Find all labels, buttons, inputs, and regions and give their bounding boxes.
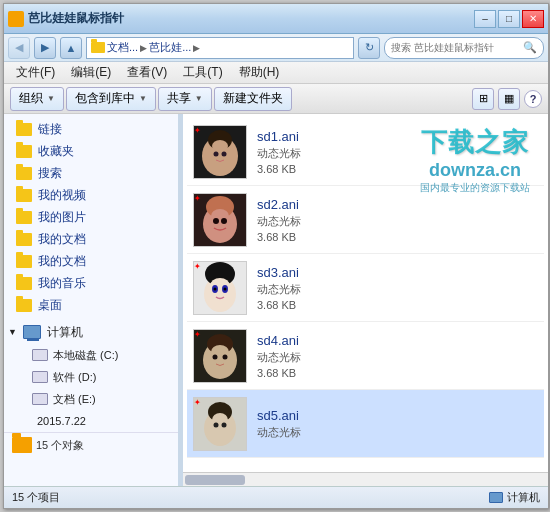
statusbar: 15 个项目 计算机 <box>4 486 548 508</box>
disk-c-item[interactable]: 本地磁盘 (C:) <box>4 344 178 366</box>
file-name-sd5: sd5.ani <box>257 408 538 423</box>
include-library-button[interactable]: 包含到库中 ▼ <box>66 87 156 111</box>
menu-help[interactable]: 帮助(H) <box>231 62 288 83</box>
window-title: 芭比娃娃鼠标指针 <box>28 10 124 27</box>
address-box[interactable]: 文档... ▶ 芭比娃... ▶ <box>86 37 354 59</box>
folder-icon <box>91 42 105 53</box>
breadcrumb-arrow2: ▶ <box>193 43 200 53</box>
left-panel-status: 15 个对象 <box>4 432 178 457</box>
search-box[interactable]: 🔍 <box>384 37 544 59</box>
right-panel: ✦ sd1.ani 动态光标 3.68 KB <box>183 114 548 486</box>
horizontal-scrollbar[interactable] <box>183 472 548 486</box>
addressbar: ◀ ▶ ▲ 文档... ▶ 芭比娃... ▶ ↻ 🔍 <box>4 34 548 62</box>
left-panel: 链接 收藏夹 搜索 我的视频 我的图片 <box>4 114 179 486</box>
svg-point-19 <box>224 287 227 290</box>
svg-point-31 <box>222 422 227 427</box>
minimize-button[interactable]: – <box>474 10 496 28</box>
file-item-sd5[interactable]: ✦ sd5.ani 动态光标 <box>187 390 544 458</box>
titlebar: 芭比娃娃鼠标指针 – □ ✕ <box>4 4 548 34</box>
menu-edit[interactable]: 编辑(E) <box>63 62 119 83</box>
file-type-sd1: 动态光标 <box>257 146 538 161</box>
file-item-sd2[interactable]: ✦ sd2.ani 动态光标 3.68 KB <box>187 186 544 254</box>
forward-button[interactable]: ▶ <box>34 37 56 59</box>
nav-item-links[interactable]: 链接 <box>4 118 178 140</box>
file-item-sd1[interactable]: ✦ sd1.ani 动态光标 3.68 KB <box>187 118 544 186</box>
disk-e-item[interactable]: 文档 (E:) <box>4 388 178 410</box>
window-icon <box>8 11 24 27</box>
computer-header[interactable]: ▼ 计算机 <box>4 320 178 344</box>
hscrollbar-thumb[interactable] <box>185 475 245 485</box>
nav-item-desktop[interactable]: 桌面 <box>4 294 178 316</box>
file-info-sd4: sd4.ani 动态光标 3.68 KB <box>257 333 538 379</box>
search-input[interactable] <box>391 42 519 53</box>
thumb-corner-sd4: ✦ <box>194 330 202 338</box>
menubar: 文件(F) 编辑(E) 查看(V) 工具(T) 帮助(H) <box>4 62 548 84</box>
file-info-sd3: sd3.ani 动态光标 3.68 KB <box>257 265 538 311</box>
disk-e-icon <box>32 393 48 405</box>
folder-icon-desktop <box>16 299 32 312</box>
folder-2015[interactable]: 2015.7.22 <box>4 410 178 432</box>
nav-item-my-videos[interactable]: 我的视频 <box>4 184 178 206</box>
folder-icon-docs2 <box>16 255 32 268</box>
nav-item-my-documents[interactable]: 我的文档 <box>4 228 178 250</box>
folder-icon-search <box>16 167 32 180</box>
folder-icon-music <box>16 277 32 290</box>
folder-icon-documents <box>16 233 32 246</box>
nav-item-my-music[interactable]: 我的音乐 <box>4 272 178 294</box>
nav-item-search[interactable]: 搜索 <box>4 162 178 184</box>
folder-icon-pictures <box>16 211 32 224</box>
up-button[interactable]: ▲ <box>60 37 82 59</box>
maximize-button[interactable]: □ <box>498 10 520 28</box>
preview-pane-button[interactable]: ▦ <box>498 88 520 110</box>
refresh-button[interactable]: ↻ <box>358 37 380 59</box>
svg-point-24 <box>213 354 218 359</box>
file-item-sd4[interactable]: ✦ sd4.ani 动态光标 3.68 KB <box>187 322 544 390</box>
menu-file[interactable]: 文件(F) <box>8 62 63 83</box>
file-thumb-sd4: ✦ <box>193 329 247 383</box>
statusbar-location: 计算机 <box>507 490 540 505</box>
breadcrumb-arrow1: ▶ <box>140 43 147 53</box>
file-info-sd5: sd5.ani 动态光标 <box>257 408 538 440</box>
file-size-sd2: 3.68 KB <box>257 231 538 243</box>
file-type-sd5: 动态光标 <box>257 425 538 440</box>
share-button[interactable]: 共享 ▼ <box>158 87 212 111</box>
statusbar-computer-icon <box>489 492 503 503</box>
statusbar-count: 15 个项目 <box>12 490 60 505</box>
thumb-corner-sd1: ✦ <box>194 126 202 134</box>
file-info-sd2: sd2.ani 动态光标 3.68 KB <box>257 197 538 243</box>
file-type-sd2: 动态光标 <box>257 214 538 229</box>
help-button[interactable]: ? <box>524 90 542 108</box>
back-button[interactable]: ◀ <box>8 37 30 59</box>
nav-item-favorites[interactable]: 收藏夹 <box>4 140 178 162</box>
close-button[interactable]: ✕ <box>522 10 544 28</box>
nav-item-my-docs2[interactable]: 我的文档 <box>4 250 178 272</box>
left-panel-count: 15 个对象 <box>36 438 84 453</box>
file-name-sd4: sd4.ani <box>257 333 538 348</box>
folder-icon-links <box>16 123 32 136</box>
computer-section: ▼ 计算机 本地磁盘 (C:) 软件 (D:) 文档 (E:) <box>4 320 178 432</box>
svg-point-18 <box>214 287 217 290</box>
computer-label: 计算机 <box>47 324 83 341</box>
organize-button[interactable]: 组织 ▼ <box>10 87 64 111</box>
thumb-corner-sd3: ✦ <box>194 262 202 270</box>
left-bottom-folder-icon <box>12 437 32 453</box>
file-type-sd4: 动态光标 <box>257 350 538 365</box>
svg-point-30 <box>214 422 219 427</box>
file-name-sd2: sd2.ani <box>257 197 538 212</box>
file-thumb-sd1: ✦ <box>193 125 247 179</box>
disk-d-item[interactable]: 软件 (D:) <box>4 366 178 388</box>
nav-item-my-pictures[interactable]: 我的图片 <box>4 206 178 228</box>
svg-point-11 <box>221 218 227 224</box>
file-size-sd1: 3.68 KB <box>257 163 538 175</box>
file-thumb-sd5: ✦ <box>193 397 247 451</box>
view-mode-button[interactable]: ⊞ <box>472 88 494 110</box>
menu-view[interactable]: 查看(V) <box>119 62 175 83</box>
thumb-corner-sd5: ✦ <box>194 398 202 406</box>
toolbar-right: ⊞ ▦ ? <box>472 88 542 110</box>
address-path1: 文档... <box>107 40 138 55</box>
svg-point-3 <box>212 140 228 152</box>
menu-tools[interactable]: 工具(T) <box>175 62 230 83</box>
new-folder-button[interactable]: 新建文件夹 <box>214 87 292 111</box>
main-window: 芭比娃娃鼠标指针 – □ ✕ ◀ ▶ ▲ 文档... ▶ 芭比娃... ▶ ↻ … <box>3 3 549 509</box>
file-item-sd3[interactable]: ✦ sd3.ani 动态光标 3.68 KB <box>187 254 544 322</box>
